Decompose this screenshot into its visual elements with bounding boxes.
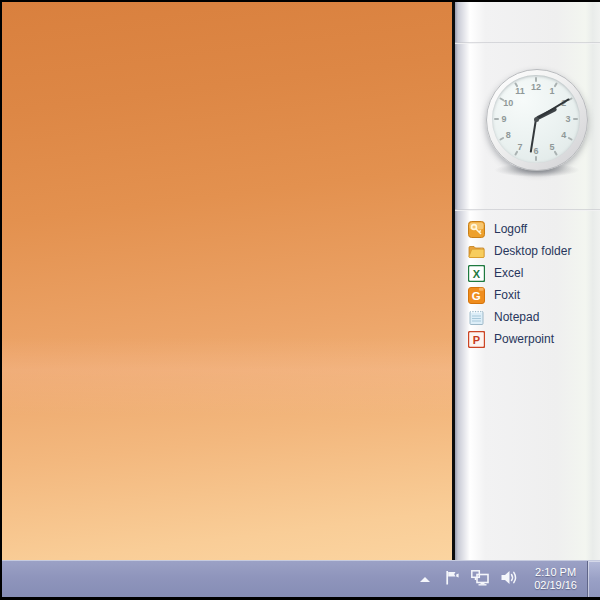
shortcut-notepad[interactable]: Notepad (455, 306, 600, 328)
taskbar[interactable]: 2:10 PM 02/19/16 (2, 560, 600, 597)
desktop-screen: 121234567891011 Logoff Desktop folder X … (0, 0, 600, 600)
clock-numeral-6: 6 (533, 146, 538, 156)
shortcut-excel[interactable]: X Excel (455, 262, 600, 284)
clock-numeral-7: 7 (517, 142, 522, 152)
clock-tick (568, 137, 573, 141)
taskbar-time: 2:10 PM (535, 566, 576, 579)
folder-icon (468, 243, 485, 260)
clock-numeral-4: 4 (561, 130, 566, 140)
clock-numeral-9: 9 (501, 114, 506, 124)
volume-button[interactable] (495, 561, 524, 597)
shortcut-label: Logoff (494, 222, 527, 236)
clock-tick (535, 156, 537, 161)
shortcut-logoff[interactable]: Logoff (455, 218, 600, 240)
excel-icon: X (468, 265, 485, 282)
system-tray: 2:10 PM 02/19/16 (415, 561, 600, 597)
shortcut-label: Notepad (494, 310, 539, 324)
taskbar-date: 02/19/16 (534, 579, 577, 592)
flag-icon (444, 569, 460, 590)
gadget-sidebar: 121234567891011 Logoff Desktop folder X … (452, 2, 600, 560)
show-hidden-icons-button[interactable] (415, 561, 435, 597)
clock-tick (554, 151, 558, 156)
clock-numeral-10: 10 (503, 98, 513, 108)
taskbar-clock[interactable]: 2:10 PM 02/19/16 (524, 561, 585, 597)
notepad-icon (468, 309, 485, 326)
desktop-wallpaper (2, 2, 452, 560)
clock-numeral-8: 8 (506, 130, 511, 140)
shortcut-label: Excel (494, 266, 523, 280)
clock-numeral-3: 3 (565, 114, 570, 124)
clock-numeral-11: 11 (515, 86, 525, 96)
shortcut-label: Foxit (494, 288, 520, 302)
clock-tick (573, 118, 578, 120)
speaker-icon (500, 569, 519, 590)
svg-text:X: X (473, 267, 481, 279)
clock-numeral-1: 1 (549, 86, 554, 96)
shortcut-powerpoint[interactable]: P Powerpoint (455, 328, 600, 350)
shortcut-list: Logoff Desktop folder X Excel G Foxit No… (455, 218, 600, 350)
clock-tick (499, 137, 504, 141)
network-button[interactable] (465, 561, 495, 597)
shortcut-desktop-folder[interactable]: Desktop folder (455, 240, 600, 262)
analog-clock-gadget: 121234567891011 (486, 69, 588, 171)
clock-face: 121234567891011 (492, 75, 580, 163)
svg-text:P: P (473, 333, 480, 345)
network-icon (470, 569, 490, 590)
clock-tick (535, 77, 537, 82)
clock-tick (514, 151, 518, 156)
powerpoint-icon: P (468, 331, 485, 348)
key-icon (468, 221, 485, 238)
clock-numeral-12: 12 (531, 82, 541, 92)
foxit-icon: G (468, 287, 485, 304)
shortcut-foxit[interactable]: G Foxit (455, 284, 600, 306)
shortcut-label: Desktop folder (494, 244, 571, 258)
clock-tick (554, 82, 558, 87)
shortcut-label: Powerpoint (494, 332, 554, 346)
sidebar-divider (455, 42, 600, 44)
show-desktop-button[interactable] (587, 561, 600, 597)
clock-center-hub (534, 117, 539, 122)
clock-tick (494, 118, 499, 120)
sidebar-divider (455, 209, 600, 211)
svg-text:G: G (472, 289, 481, 301)
chevron-up-icon (420, 577, 430, 582)
action-center-button[interactable] (439, 561, 465, 597)
